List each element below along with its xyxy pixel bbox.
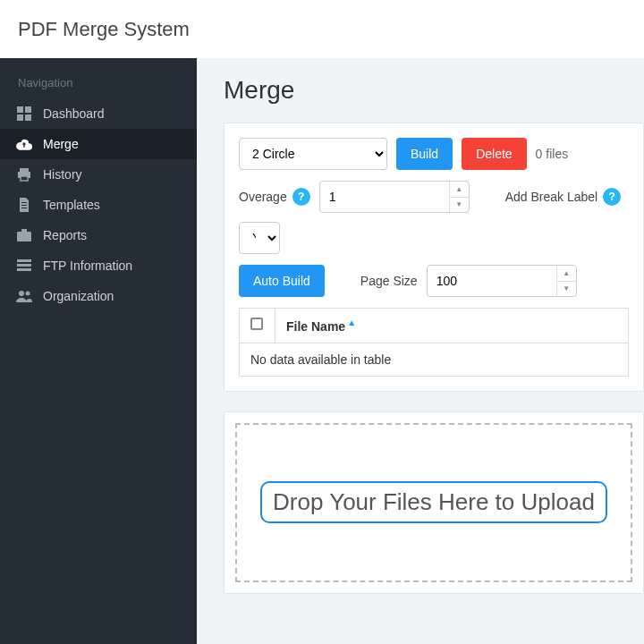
svg-rect-2: [17, 114, 23, 121]
sidebar: Navigation Dashboard Merge History Templ…: [0, 58, 197, 644]
dropzone-text: Drop Your Files Here to Upload: [260, 481, 607, 523]
dropzone-panel: Drop Your Files Here to Upload: [224, 411, 644, 594]
table-row: No data available in table: [240, 343, 629, 376]
topbar: PDF Merge System: [0, 0, 644, 58]
page-title: Merge: [224, 76, 644, 105]
help-icon[interactable]: ?: [292, 188, 310, 206]
select-all-checkbox[interactable]: [250, 318, 263, 330]
svg-rect-14: [17, 268, 31, 271]
spinner-buttons[interactable]: ▲▼: [449, 182, 469, 212]
files-table: File Name▲ No data available in table: [239, 308, 629, 377]
sidebar-item-label: Reports: [43, 228, 87, 242]
list-icon: [16, 259, 32, 272]
svg-rect-7: [21, 202, 27, 203]
help-icon[interactable]: ?: [603, 188, 621, 206]
app-title: PDF Merge System: [18, 18, 190, 41]
svg-rect-9: [21, 208, 27, 208]
sidebar-item-templates[interactable]: Templates: [0, 190, 197, 220]
controls-panel: 2 Circle Build Delete 0 files Overage ? …: [224, 123, 644, 392]
sidebar-item-label: FTP Information: [43, 258, 132, 273]
svg-point-16: [26, 292, 30, 296]
svg-rect-10: [21, 229, 27, 232]
overage-label: Overage ?: [239, 188, 310, 206]
svg-rect-13: [17, 264, 31, 267]
page-size-input[interactable]: [427, 265, 577, 297]
sidebar-item-dashboard[interactable]: Dashboard: [0, 98, 197, 129]
sidebar-item-organization[interactable]: Organization: [0, 281, 197, 311]
file-icon: [16, 198, 32, 212]
col-filename[interactable]: File Name▲: [275, 309, 629, 343]
svg-point-15: [19, 291, 24, 296]
sidebar-item-label: Templates: [43, 198, 100, 212]
delete-button[interactable]: Delete: [462, 138, 526, 170]
main-content: Merge 2 Circle Build Delete 0 files Over…: [197, 58, 644, 644]
sidebar-item-label: History: [43, 167, 82, 182]
overage-input[interactable]: [319, 181, 470, 213]
printer-icon: [16, 167, 32, 182]
template-select[interactable]: 2 Circle: [239, 138, 387, 170]
svg-rect-3: [25, 114, 31, 121]
nav-header: Navigation: [0, 69, 197, 98]
file-count-text: 0 files: [536, 147, 569, 161]
svg-rect-0: [17, 106, 23, 113]
sort-asc-icon: ▲: [347, 318, 356, 327]
sidebar-item-ftp[interactable]: FTP Information: [0, 250, 197, 281]
break-label: Add Break Label ?: [505, 188, 622, 206]
sidebar-item-history[interactable]: History: [0, 159, 197, 190]
sidebar-item-merge[interactable]: Merge: [0, 129, 197, 159]
sidebar-item-label: Merge: [43, 137, 79, 151]
cloud-upload-icon: [16, 138, 32, 150]
svg-rect-4: [20, 168, 29, 172]
users-icon: [16, 290, 32, 302]
briefcase-icon: [16, 229, 32, 242]
auto-build-button[interactable]: Auto Build: [239, 265, 325, 297]
dashboard-icon: [16, 106, 32, 121]
dropzone[interactable]: Drop Your Files Here to Upload: [235, 423, 632, 582]
svg-rect-8: [21, 205, 27, 206]
break-select[interactable]: Yes: [239, 222, 280, 254]
build-button[interactable]: Build: [396, 138, 453, 170]
page-size-label: Page Size: [360, 274, 418, 288]
svg-rect-11: [17, 232, 31, 242]
sidebar-item-label: Dashboard: [43, 106, 105, 121]
svg-rect-6: [21, 176, 28, 181]
spinner-buttons[interactable]: ▲▼: [556, 266, 576, 296]
sidebar-item-reports[interactable]: Reports: [0, 220, 197, 250]
svg-rect-12: [17, 259, 31, 262]
svg-rect-1: [25, 106, 31, 113]
sidebar-item-label: Organization: [43, 289, 114, 303]
empty-state: No data available in table: [240, 343, 629, 376]
